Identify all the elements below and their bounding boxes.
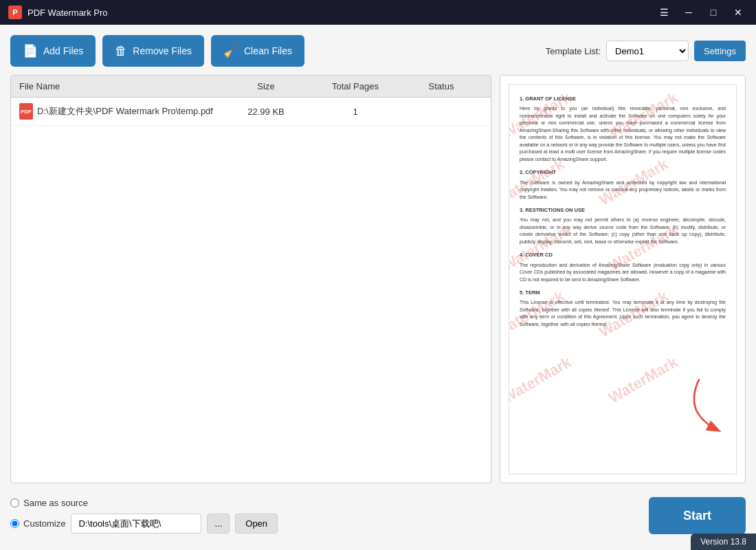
menu-icon[interactable]: ☰ xyxy=(654,5,674,20)
pdf-section-5-title: 5. TERM xyxy=(520,289,726,296)
bottom-section: Same as source Customize ... Open Start xyxy=(10,492,746,540)
file-table-header: File Name Size Total Pages Status xyxy=(11,76,491,98)
file-panel: File Name Size Total Pages Status PDF D:… xyxy=(10,75,491,483)
app-title: PDF Watermark Pro xyxy=(27,8,108,18)
file-total-pages: 1 xyxy=(311,107,400,117)
watermark-10: WaterMark xyxy=(604,351,682,408)
table-row[interactable]: PDF D:\新建文件夹\PDF Watermark Pro\temp.pdf … xyxy=(11,98,491,126)
titlebar-controls: ☰ ─ □ ✕ xyxy=(654,5,748,20)
preview-panel: WaterMark WaterMark WaterMark WaterMark … xyxy=(500,75,746,483)
app-icon: P xyxy=(8,6,22,19)
col-header-size: Size xyxy=(221,81,311,91)
pdf-section-3-title: 3. RESTRICTIONS ON USE xyxy=(520,206,726,214)
file-table-body: PDF D:\新建文件夹\PDF Watermark Pro\temp.pdf … xyxy=(11,98,491,483)
close-button[interactable]: ✕ xyxy=(729,5,748,20)
pdf-section-2-title: 2. COPYRIGHT xyxy=(520,168,726,176)
middle-section: File Name Size Total Pages Status PDF D:… xyxy=(10,75,746,483)
open-button[interactable]: Open xyxy=(235,514,278,534)
settings-button[interactable]: Settings xyxy=(694,41,746,61)
pdf-section-3-body: You may not, and you may not permit othe… xyxy=(520,217,726,245)
same-as-source-radio[interactable]: Same as source xyxy=(10,498,278,508)
col-header-filename: File Name xyxy=(19,81,221,91)
browse-button[interactable]: ... xyxy=(207,514,230,534)
version-footer: Version 13.8 xyxy=(691,534,756,550)
col-header-status: Status xyxy=(400,81,482,91)
file-size: 22.99 KB xyxy=(221,107,311,117)
radio-group: Same as source Customize ... Open xyxy=(10,498,278,534)
version-text: Version 13.8 xyxy=(700,537,746,547)
pdf-section-4-title: 4. COVER CD xyxy=(520,251,726,258)
template-list-select[interactable]: Demo1 xyxy=(606,41,689,61)
pdf-section-1-body: Here by grants to you (an individual) th… xyxy=(520,105,726,163)
maximize-button[interactable]: □ xyxy=(704,5,723,20)
pdf-section-5-body: This License is effective until terminat… xyxy=(520,299,726,328)
pdf-preview: WaterMark WaterMark WaterMark WaterMark … xyxy=(500,76,745,483)
start-button[interactable]: Start xyxy=(649,497,746,534)
remove-files-icon: 🗑 xyxy=(115,44,127,58)
same-as-source-label: Same as source xyxy=(23,498,88,508)
customize-input[interactable] xyxy=(10,519,19,528)
watermark-9: WaterMark xyxy=(509,351,575,408)
clean-files-button[interactable]: 🧹 Clean Files xyxy=(211,35,304,67)
same-as-source-input[interactable] xyxy=(10,498,19,507)
output-path-input[interactable] xyxy=(71,514,201,534)
add-files-icon: 📄 xyxy=(23,43,38,58)
clean-files-icon: 🧹 xyxy=(223,43,238,58)
pdf-page: WaterMark WaterMark WaterMark WaterMark … xyxy=(509,84,737,474)
remove-files-button[interactable]: 🗑 Remove Files xyxy=(102,35,204,67)
minimize-button[interactable]: ─ xyxy=(679,5,698,20)
add-files-button[interactable]: 📄 Add Files xyxy=(10,35,96,67)
col-header-total-pages: Total Pages xyxy=(311,81,400,91)
titlebar: P PDF Watermark Pro ☰ ─ □ ✕ xyxy=(0,0,756,25)
pdf-section-4-body: The reproduction and derivation of Amazi… xyxy=(520,262,726,284)
customize-label: Customize xyxy=(23,518,65,529)
customize-row: Customize ... Open xyxy=(10,514,278,534)
template-list-label: Template List: xyxy=(546,46,601,56)
toolbar: 📄 Add Files 🗑 Remove Files 🧹 Clean Files… xyxy=(10,35,746,67)
template-area: Template List: Demo1 Settings xyxy=(546,41,746,61)
pdf-file-icon: PDF xyxy=(19,103,33,120)
titlebar-left: P PDF Watermark Pro xyxy=(8,6,108,19)
file-name: D:\新建文件夹\PDF Watermark Pro\temp.pdf xyxy=(37,105,213,118)
main-content: 📄 Add Files 🗑 Remove Files 🧹 Clean Files… xyxy=(0,25,756,550)
file-name-cell: PDF D:\新建文件夹\PDF Watermark Pro\temp.pdf xyxy=(19,103,221,120)
customize-radio[interactable]: Customize xyxy=(10,518,65,529)
pdf-section-2-body: The Software is owned by AmazingShare an… xyxy=(520,179,726,201)
pdf-section-1-title: 1. GRANT OF LICENSE xyxy=(520,95,726,102)
